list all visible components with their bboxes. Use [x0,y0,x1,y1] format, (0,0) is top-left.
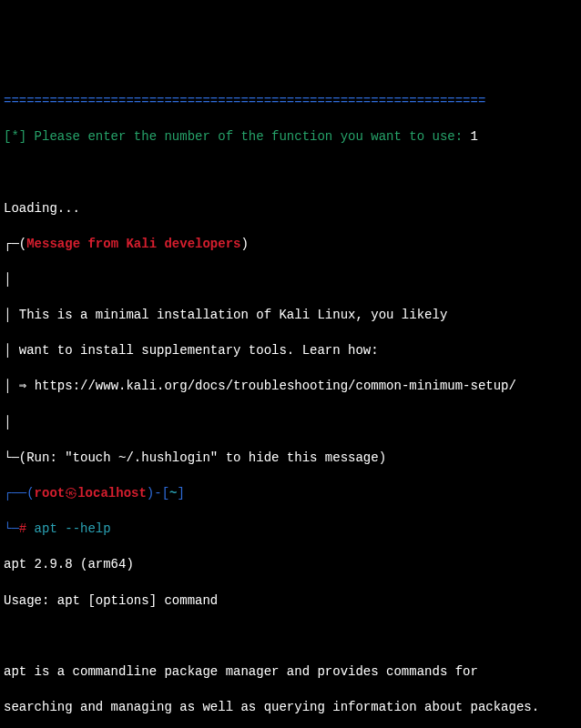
command-input[interactable]: apt --help [26,521,110,536]
ps1-line1: ┌──(root㉿localhost)-[~] [4,485,577,503]
blank-line [4,164,577,182]
box-pipe2: │ [4,414,577,432]
box-top: ┌─(Message from Kali developers) [4,236,577,254]
apt-desc: apt is a commandline package manager and… [4,663,577,682]
skull-icon: ㉿ [65,486,77,500]
box-pipe: │ [4,271,577,289]
box-line2: │ want to install supplementary tools. L… [4,342,577,360]
box-line1: │ This is a minimal installation of Kali… [4,307,577,325]
apt-version: apt 2.9.8 (arm64) [4,556,577,574]
apt-usage: Usage: apt [options] command [4,592,577,611]
box-line3: │ ⇒ https://www.kali.org/docs/troublesho… [4,378,577,396]
prompt-line: [*] Please enter the number of the funct… [4,128,577,147]
apt-desc: searching and managing as well as queryi… [4,699,577,717]
header-dashes: ========================================… [4,93,577,111]
loading-text: Loading... [4,200,577,218]
terminal-output[interactable]: ========================================… [4,75,577,728]
blank [4,628,577,646]
box-bottom: └─(Run: "touch ~/.hushlogin" to hide thi… [4,450,577,468]
ps1-line2: └─# apt --help [4,521,577,539]
